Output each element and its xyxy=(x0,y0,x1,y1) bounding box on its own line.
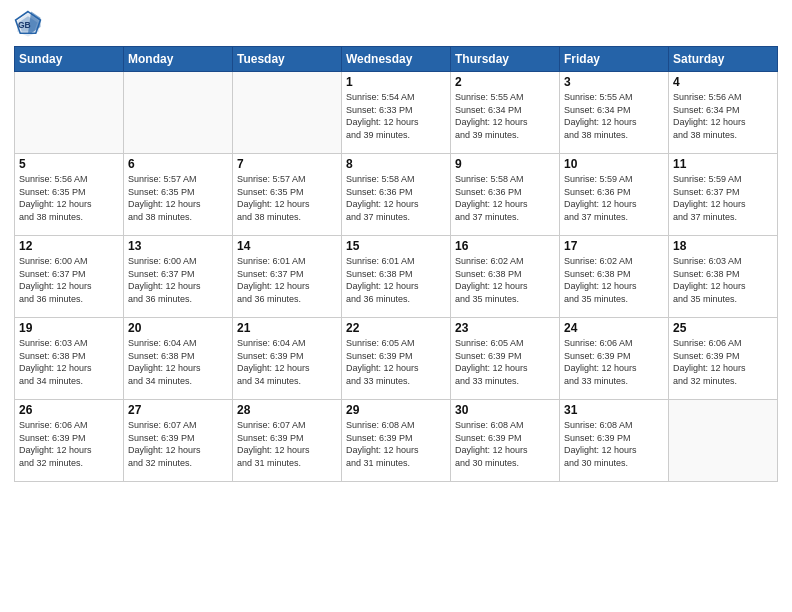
calendar-cell: 8Sunrise: 5:58 AMSunset: 6:36 PMDaylight… xyxy=(342,154,451,236)
day-number: 18 xyxy=(673,239,773,253)
calendar-cell: 7Sunrise: 5:57 AMSunset: 6:35 PMDaylight… xyxy=(233,154,342,236)
day-number: 20 xyxy=(128,321,228,335)
day-number: 5 xyxy=(19,157,119,171)
day-info: Sunrise: 6:06 AMSunset: 6:39 PMDaylight:… xyxy=(673,337,773,387)
day-info: Sunrise: 5:58 AMSunset: 6:36 PMDaylight:… xyxy=(346,173,446,223)
calendar-cell xyxy=(233,72,342,154)
header: GB xyxy=(14,10,778,38)
day-number: 4 xyxy=(673,75,773,89)
day-number: 9 xyxy=(455,157,555,171)
calendar-cell: 14Sunrise: 6:01 AMSunset: 6:37 PMDayligh… xyxy=(233,236,342,318)
day-info: Sunrise: 6:00 AMSunset: 6:37 PMDaylight:… xyxy=(19,255,119,305)
calendar-cell: 6Sunrise: 5:57 AMSunset: 6:35 PMDaylight… xyxy=(124,154,233,236)
calendar-cell: 30Sunrise: 6:08 AMSunset: 6:39 PMDayligh… xyxy=(451,400,560,482)
day-number: 30 xyxy=(455,403,555,417)
day-info: Sunrise: 6:02 AMSunset: 6:38 PMDaylight:… xyxy=(564,255,664,305)
day-info: Sunrise: 6:05 AMSunset: 6:39 PMDaylight:… xyxy=(455,337,555,387)
calendar-week-3: 12Sunrise: 6:00 AMSunset: 6:37 PMDayligh… xyxy=(15,236,778,318)
day-info: Sunrise: 5:57 AMSunset: 6:35 PMDaylight:… xyxy=(128,173,228,223)
day-number: 7 xyxy=(237,157,337,171)
calendar-cell: 24Sunrise: 6:06 AMSunset: 6:39 PMDayligh… xyxy=(560,318,669,400)
calendar-cell: 15Sunrise: 6:01 AMSunset: 6:38 PMDayligh… xyxy=(342,236,451,318)
day-number: 19 xyxy=(19,321,119,335)
day-info: Sunrise: 5:55 AMSunset: 6:34 PMDaylight:… xyxy=(455,91,555,141)
weekday-header-sunday: Sunday xyxy=(15,47,124,72)
day-number: 22 xyxy=(346,321,446,335)
calendar-cell xyxy=(124,72,233,154)
day-info: Sunrise: 6:06 AMSunset: 6:39 PMDaylight:… xyxy=(564,337,664,387)
calendar-week-2: 5Sunrise: 5:56 AMSunset: 6:35 PMDaylight… xyxy=(15,154,778,236)
day-number: 14 xyxy=(237,239,337,253)
day-info: Sunrise: 6:07 AMSunset: 6:39 PMDaylight:… xyxy=(237,419,337,469)
logo-icon: GB xyxy=(14,10,42,38)
calendar-cell: 26Sunrise: 6:06 AMSunset: 6:39 PMDayligh… xyxy=(15,400,124,482)
day-number: 27 xyxy=(128,403,228,417)
calendar-week-5: 26Sunrise: 6:06 AMSunset: 6:39 PMDayligh… xyxy=(15,400,778,482)
calendar-cell: 13Sunrise: 6:00 AMSunset: 6:37 PMDayligh… xyxy=(124,236,233,318)
calendar-cell: 5Sunrise: 5:56 AMSunset: 6:35 PMDaylight… xyxy=(15,154,124,236)
calendar-cell: 1Sunrise: 5:54 AMSunset: 6:33 PMDaylight… xyxy=(342,72,451,154)
calendar-header-row: SundayMondayTuesdayWednesdayThursdayFrid… xyxy=(15,47,778,72)
day-number: 21 xyxy=(237,321,337,335)
day-info: Sunrise: 6:03 AMSunset: 6:38 PMDaylight:… xyxy=(673,255,773,305)
calendar-cell: 3Sunrise: 5:55 AMSunset: 6:34 PMDaylight… xyxy=(560,72,669,154)
day-number: 26 xyxy=(19,403,119,417)
day-info: Sunrise: 5:58 AMSunset: 6:36 PMDaylight:… xyxy=(455,173,555,223)
day-number: 8 xyxy=(346,157,446,171)
calendar-cell: 29Sunrise: 6:08 AMSunset: 6:39 PMDayligh… xyxy=(342,400,451,482)
day-number: 25 xyxy=(673,321,773,335)
calendar-cell: 28Sunrise: 6:07 AMSunset: 6:39 PMDayligh… xyxy=(233,400,342,482)
calendar-cell: 23Sunrise: 6:05 AMSunset: 6:39 PMDayligh… xyxy=(451,318,560,400)
day-info: Sunrise: 6:08 AMSunset: 6:39 PMDaylight:… xyxy=(346,419,446,469)
day-info: Sunrise: 6:03 AMSunset: 6:38 PMDaylight:… xyxy=(19,337,119,387)
day-info: Sunrise: 5:57 AMSunset: 6:35 PMDaylight:… xyxy=(237,173,337,223)
calendar-cell: 10Sunrise: 5:59 AMSunset: 6:36 PMDayligh… xyxy=(560,154,669,236)
calendar-cell: 2Sunrise: 5:55 AMSunset: 6:34 PMDaylight… xyxy=(451,72,560,154)
day-number: 23 xyxy=(455,321,555,335)
calendar-cell xyxy=(669,400,778,482)
svg-text:GB: GB xyxy=(18,20,31,30)
day-info: Sunrise: 6:01 AMSunset: 6:37 PMDaylight:… xyxy=(237,255,337,305)
day-info: Sunrise: 5:56 AMSunset: 6:35 PMDaylight:… xyxy=(19,173,119,223)
page-container: GB SundayMondayTuesdayWednesdayThursdayF… xyxy=(0,0,792,612)
calendar-week-1: 1Sunrise: 5:54 AMSunset: 6:33 PMDaylight… xyxy=(15,72,778,154)
day-number: 15 xyxy=(346,239,446,253)
day-info: Sunrise: 6:08 AMSunset: 6:39 PMDaylight:… xyxy=(564,419,664,469)
weekday-header-friday: Friday xyxy=(560,47,669,72)
weekday-header-monday: Monday xyxy=(124,47,233,72)
day-number: 24 xyxy=(564,321,664,335)
day-info: Sunrise: 6:06 AMSunset: 6:39 PMDaylight:… xyxy=(19,419,119,469)
calendar-cell: 19Sunrise: 6:03 AMSunset: 6:38 PMDayligh… xyxy=(15,318,124,400)
day-info: Sunrise: 6:07 AMSunset: 6:39 PMDaylight:… xyxy=(128,419,228,469)
calendar-week-4: 19Sunrise: 6:03 AMSunset: 6:38 PMDayligh… xyxy=(15,318,778,400)
day-number: 31 xyxy=(564,403,664,417)
day-number: 28 xyxy=(237,403,337,417)
calendar-cell xyxy=(15,72,124,154)
day-info: Sunrise: 6:02 AMSunset: 6:38 PMDaylight:… xyxy=(455,255,555,305)
day-info: Sunrise: 5:54 AMSunset: 6:33 PMDaylight:… xyxy=(346,91,446,141)
calendar-cell: 31Sunrise: 6:08 AMSunset: 6:39 PMDayligh… xyxy=(560,400,669,482)
day-info: Sunrise: 6:04 AMSunset: 6:39 PMDaylight:… xyxy=(237,337,337,387)
day-info: Sunrise: 5:59 AMSunset: 6:36 PMDaylight:… xyxy=(564,173,664,223)
logo: GB xyxy=(14,10,46,38)
calendar-cell: 12Sunrise: 6:00 AMSunset: 6:37 PMDayligh… xyxy=(15,236,124,318)
calendar-cell: 21Sunrise: 6:04 AMSunset: 6:39 PMDayligh… xyxy=(233,318,342,400)
day-number: 10 xyxy=(564,157,664,171)
calendar-cell: 20Sunrise: 6:04 AMSunset: 6:38 PMDayligh… xyxy=(124,318,233,400)
calendar-cell: 25Sunrise: 6:06 AMSunset: 6:39 PMDayligh… xyxy=(669,318,778,400)
day-number: 6 xyxy=(128,157,228,171)
day-number: 11 xyxy=(673,157,773,171)
calendar-cell: 18Sunrise: 6:03 AMSunset: 6:38 PMDayligh… xyxy=(669,236,778,318)
day-info: Sunrise: 5:56 AMSunset: 6:34 PMDaylight:… xyxy=(673,91,773,141)
day-number: 1 xyxy=(346,75,446,89)
day-info: Sunrise: 6:08 AMSunset: 6:39 PMDaylight:… xyxy=(455,419,555,469)
day-number: 29 xyxy=(346,403,446,417)
day-info: Sunrise: 5:55 AMSunset: 6:34 PMDaylight:… xyxy=(564,91,664,141)
calendar-cell: 22Sunrise: 6:05 AMSunset: 6:39 PMDayligh… xyxy=(342,318,451,400)
day-number: 2 xyxy=(455,75,555,89)
calendar-cell: 4Sunrise: 5:56 AMSunset: 6:34 PMDaylight… xyxy=(669,72,778,154)
calendar-cell: 16Sunrise: 6:02 AMSunset: 6:38 PMDayligh… xyxy=(451,236,560,318)
day-number: 12 xyxy=(19,239,119,253)
calendar-cell: 27Sunrise: 6:07 AMSunset: 6:39 PMDayligh… xyxy=(124,400,233,482)
day-info: Sunrise: 6:04 AMSunset: 6:38 PMDaylight:… xyxy=(128,337,228,387)
